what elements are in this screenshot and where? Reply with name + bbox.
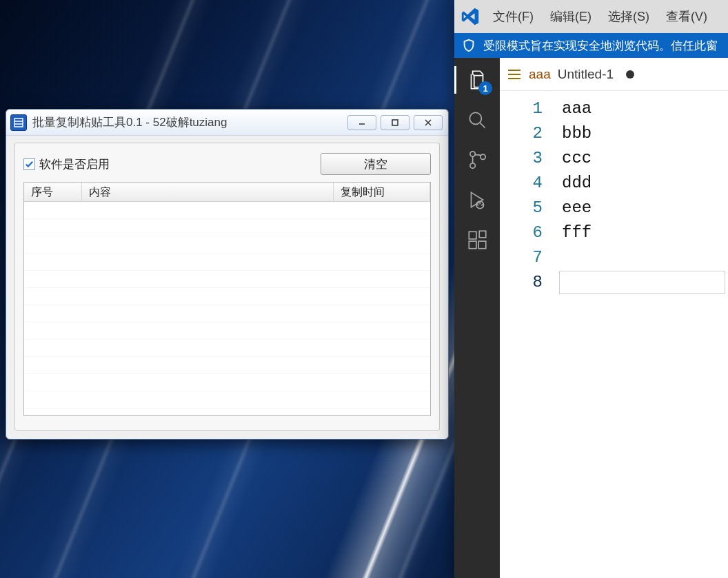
- column-index[interactable]: 序号: [24, 183, 82, 201]
- minimize-button[interactable]: [347, 115, 376, 130]
- code-line[interactable]: ccc: [562, 146, 728, 171]
- menu-edit[interactable]: 编辑(E): [543, 4, 598, 29]
- window-titlebar[interactable]: 批量复制粘贴工具0.1 - 52破解tuziang: [6, 110, 448, 136]
- clear-button-label: 清空: [364, 156, 387, 172]
- cursor-line: [559, 271, 725, 294]
- maximize-button[interactable]: [381, 115, 410, 130]
- line-number: 4: [500, 171, 543, 196]
- line-number: 2: [500, 121, 543, 146]
- menu-select[interactable]: 选择(S): [601, 4, 656, 29]
- svg-point-1: [469, 112, 481, 124]
- clipboard-tool-window[interactable]: 批量复制粘贴工具0.1 - 52破解tuziang 软件是否启用 清空: [6, 109, 449, 440]
- svg-rect-9: [479, 231, 486, 238]
- banner-text: 受限模式旨在实现安全地浏览代码。信任此窗: [483, 38, 718, 54]
- code-line[interactable]: bbb: [562, 121, 728, 146]
- menu-file[interactable]: 文件(F): [486, 4, 540, 29]
- column-content[interactable]: 内容: [82, 183, 334, 201]
- close-button[interactable]: [414, 115, 443, 130]
- desktop-wallpaper: 批量复制粘贴工具0.1 - 52破解tuziang 软件是否启用 清空: [0, 0, 728, 578]
- svg-rect-7: [469, 241, 476, 249]
- clipboard-table[interactable]: 序号 内容 复制时间: [23, 182, 431, 416]
- vscode-titlebar[interactable]: 文件(F) 编辑(E) 选择(S) 查看(V): [454, 0, 728, 33]
- svg-rect-6: [469, 231, 476, 239]
- activity-extensions[interactable]: [465, 227, 489, 252]
- window-title: 批量复制粘贴工具0.1 - 52破解tuziang: [32, 114, 347, 130]
- code-lines[interactable]: aaabbbcccdddeeefff: [562, 96, 728, 578]
- file-icon: [508, 68, 522, 81]
- svg-point-2: [470, 152, 475, 156]
- line-number: 1: [500, 96, 543, 121]
- code-line[interactable]: [562, 271, 728, 294]
- checkbox-label: 软件是否启用: [39, 156, 110, 172]
- explorer-badge: 1: [478, 81, 492, 95]
- activity-run-debug[interactable]: [465, 187, 489, 212]
- clear-button[interactable]: 清空: [321, 153, 431, 175]
- editor-tabs[interactable]: aaa Untitled-1: [500, 58, 728, 91]
- app-icon: [10, 114, 27, 131]
- vscode-window[interactable]: 文件(F) 编辑(E) 选择(S) 查看(V) 受限模式旨在实现安全地浏览代码。…: [454, 0, 728, 578]
- line-number: 8: [500, 270, 543, 295]
- tab-prefix: aaa: [529, 67, 551, 82]
- code-line[interactable]: eee: [562, 196, 728, 220]
- checkbox-box: [23, 158, 35, 170]
- restricted-mode-banner[interactable]: 受限模式旨在实现安全地浏览代码。信任此窗: [454, 33, 728, 58]
- table-body[interactable]: [24, 202, 430, 415]
- code-editor[interactable]: 12345678 aaabbbcccdddeeefff: [500, 91, 728, 578]
- column-time[interactable]: 复制时间: [334, 183, 430, 201]
- vscode-logo-icon: [457, 3, 483, 30]
- line-number: 3: [500, 146, 543, 171]
- group-box: 软件是否启用 清空 序号 内容 复制时间: [14, 143, 440, 431]
- code-line[interactable]: [562, 245, 728, 270]
- line-number: 6: [500, 220, 543, 245]
- line-number: 7: [500, 245, 543, 270]
- code-line[interactable]: fff: [562, 220, 728, 245]
- svg-point-4: [481, 154, 485, 159]
- line-number-gutter: 12345678: [500, 96, 562, 578]
- line-number: 5: [500, 196, 543, 220]
- code-line[interactable]: ddd: [562, 171, 728, 196]
- dirty-indicator-icon: [626, 70, 634, 79]
- enable-checkbox[interactable]: 软件是否启用: [23, 156, 110, 172]
- activity-search[interactable]: [465, 107, 489, 132]
- svg-rect-0: [392, 120, 398, 125]
- table-header: 序号 内容 复制时间: [24, 183, 430, 202]
- svg-rect-8: [478, 241, 486, 249]
- shield-icon: [461, 38, 476, 53]
- editor-area: aaa Untitled-1 12345678 aaabbbcccdddeeef…: [500, 58, 728, 578]
- activity-bar: 1: [454, 58, 500, 578]
- tab-filename[interactable]: Untitled-1: [558, 67, 614, 82]
- menu-view[interactable]: 查看(V): [659, 4, 714, 29]
- activity-explorer[interactable]: 1: [465, 68, 489, 92]
- activity-source-control[interactable]: [465, 147, 489, 172]
- svg-point-3: [470, 163, 475, 168]
- code-line[interactable]: aaa: [562, 96, 728, 121]
